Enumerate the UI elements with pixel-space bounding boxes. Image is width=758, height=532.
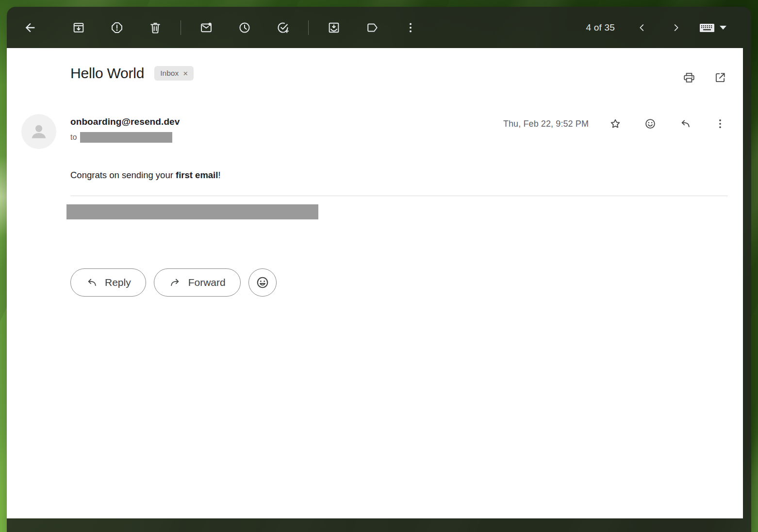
sender-address[interactable]: onboarding@resend.dev (70, 116, 180, 127)
emoji-reaction-button[interactable] (641, 114, 660, 133)
snooze-button[interactable] (233, 16, 256, 39)
body-divider (70, 196, 728, 196)
add-reaction-button[interactable] (248, 268, 277, 297)
body-bold: first email (176, 170, 218, 180)
sender-block: onboarding@resend.dev to (70, 116, 180, 143)
print-button[interactable] (679, 68, 699, 87)
subject-row: Hello World Inbox × (70, 66, 194, 81)
newer-button[interactable] (630, 16, 654, 39)
back-button[interactable] (18, 16, 42, 39)
mail-toolbar: 4 of 35 (7, 7, 751, 48)
inbox-label-chip[interactable]: Inbox × (154, 66, 194, 81)
recipient-prefix: to (70, 133, 77, 142)
snooze-clock-icon (238, 21, 251, 34)
more-options-button[interactable] (399, 16, 422, 39)
reply-icon (679, 117, 692, 130)
report-spam-icon (110, 21, 124, 34)
chevron-left-icon (637, 22, 647, 33)
body-prefix: Congrats on sending your (70, 170, 176, 180)
smiley-icon (644, 117, 657, 130)
subject-actions (679, 68, 730, 87)
print-icon (683, 71, 695, 84)
message-date: Thu, Feb 22, 9:52 PM (503, 119, 589, 129)
archive-button[interactable] (67, 16, 90, 39)
recipient-row[interactable]: to (70, 132, 180, 143)
message-more-button[interactable] (710, 114, 730, 133)
toolbar-right-group: 4 of 35 (586, 16, 727, 39)
forward-button[interactable]: Forward (154, 268, 241, 297)
reply-label: Reply (105, 277, 131, 288)
back-arrow-icon (23, 21, 37, 34)
body-suffix: ! (218, 170, 220, 180)
pagination-label: 4 of 35 (586, 22, 615, 33)
email-body: Congrats on sending your first email! (70, 170, 221, 181)
person-icon (28, 120, 50, 143)
reply-forward-actions: Reply Forward (70, 268, 277, 297)
add-to-tasks-button[interactable] (271, 16, 295, 39)
keyboard-icon (699, 22, 715, 33)
star-icon (609, 117, 622, 130)
reply-button-icon[interactable] (676, 114, 695, 133)
toolbar-divider (181, 20, 181, 35)
delete-button[interactable] (144, 16, 167, 39)
chevron-right-icon (671, 22, 681, 33)
mail-window: 4 of 35 (7, 7, 751, 532)
redacted-content (66, 204, 318, 219)
redacted-recipient (80, 132, 172, 143)
move-to-icon (327, 21, 341, 34)
reply-arrow-icon (85, 276, 98, 289)
forward-arrow-icon (169, 276, 181, 289)
message-header-actions: Thu, Feb 22, 9:52 PM (503, 114, 730, 133)
inbox-chip-label: Inbox (160, 69, 179, 78)
smiley-icon (255, 275, 270, 290)
report-spam-button[interactable] (105, 16, 129, 39)
trash-icon (148, 21, 162, 34)
reply-button[interactable]: Reply (70, 268, 146, 297)
sender-avatar[interactable] (21, 114, 56, 149)
chip-remove-icon[interactable]: × (183, 69, 188, 78)
labels-button[interactable] (361, 16, 384, 39)
mark-unread-button[interactable] (195, 16, 218, 39)
star-button[interactable] (606, 114, 625, 133)
move-to-button[interactable] (322, 16, 346, 39)
more-vert-icon (714, 117, 726, 130)
email-reading-pane: Hello World Inbox × onboarding@resend.de… (7, 48, 743, 518)
toolbar-divider (308, 20, 309, 35)
open-in-new-icon (714, 71, 726, 84)
older-button[interactable] (664, 16, 688, 39)
more-vert-icon (404, 21, 417, 34)
archive-icon (72, 21, 85, 34)
mark-unread-icon (199, 21, 213, 34)
input-method-selector[interactable] (699, 22, 727, 33)
add-to-tasks-icon (276, 21, 290, 34)
label-icon (365, 21, 379, 34)
open-in-new-button[interactable] (710, 68, 730, 87)
caret-down-icon (719, 25, 727, 30)
forward-label: Forward (188, 277, 226, 288)
email-subject: Hello World (70, 66, 144, 81)
